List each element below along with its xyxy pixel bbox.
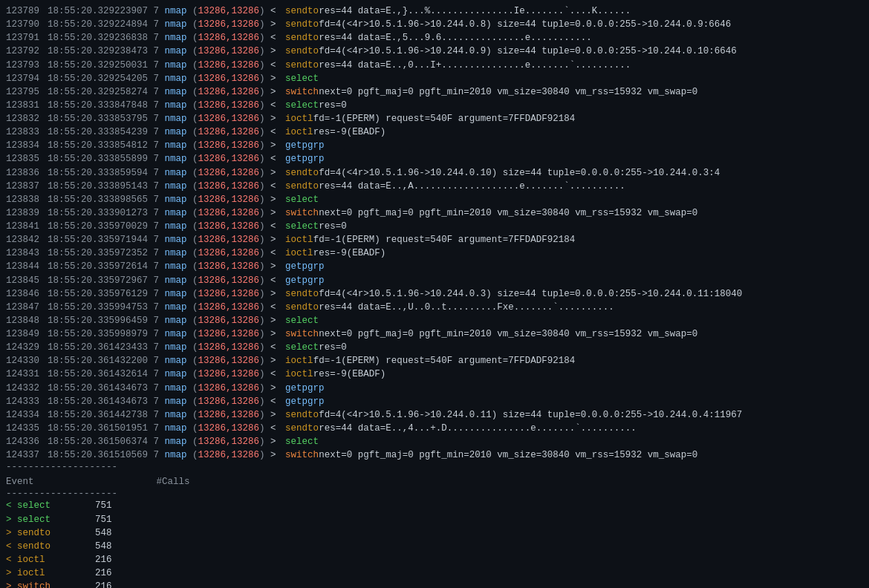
log-arrow: > [270, 287, 285, 301]
log-time: 18:55:20.333855899 [48, 152, 148, 166]
log-pid-inner: 13286,13286 [198, 448, 260, 462]
log-paren-open: ( [187, 435, 198, 448]
log-args: next=0 pgft_maj=0 pgft_min=2010 vm_size=… [319, 206, 697, 220]
log-args: fd=4(<4r>10.5.1.96->10.244.0.10) size=44… [319, 166, 720, 180]
log-proc: nmap [165, 193, 187, 206]
log-pid-inner: 13286,13286 [198, 166, 260, 180]
log-pid-inner: 13286,13286 [198, 327, 260, 341]
log-arrow: > [270, 206, 285, 220]
log-paren-open: ( [187, 152, 198, 166]
log-proc: nmap [165, 18, 187, 31]
log-pid: 7 [148, 193, 165, 206]
log-paren-close: ) [259, 287, 270, 301]
log-syscall: switch [285, 327, 319, 341]
log-arrow: > [270, 45, 285, 58]
log-paren-open: ( [187, 166, 198, 180]
log-arrow: > [270, 139, 285, 152]
log-arrow: < [270, 4, 285, 18]
log-time: 18:55:20.361423433 [48, 341, 148, 354]
log-proc: nmap [165, 99, 187, 112]
log-time: 18:55:20.333859594 [48, 166, 148, 180]
log-line: 12384518:55:20.335972967 7 nmap (13286,1… [6, 274, 863, 287]
log-args: fd=4(<4r>10.5.1.96->10.244.0.8) size=44 … [319, 18, 731, 31]
log-proc: nmap [165, 327, 187, 341]
log-num: 123845 [6, 274, 48, 287]
log-paren-open: ( [187, 59, 198, 72]
log-pid-inner: 13286,13286 [198, 45, 260, 58]
log-arrow: > [270, 193, 285, 206]
log-proc: nmap [165, 422, 187, 435]
log-syscall: ioctl [285, 246, 313, 260]
log-time: 18:55:20.335971944 [48, 233, 148, 246]
log-pid-inner: 13286,13286 [198, 99, 260, 112]
log-num: 123846 [6, 287, 48, 301]
log-arrow: < [270, 301, 285, 314]
log-pid: 7 [148, 301, 165, 314]
log-paren-open: ( [187, 368, 198, 381]
log-pid-inner: 13286,13286 [198, 314, 260, 327]
log-proc: nmap [165, 354, 187, 368]
log-arrow: > [270, 72, 285, 85]
log-syscall: sendto [285, 18, 319, 31]
log-pid: 7 [148, 274, 165, 287]
log-time: 18:55:20.329236838 [48, 31, 148, 45]
summary-event: < select [6, 499, 95, 512]
log-syscall: switch [285, 85, 319, 99]
log-paren-close: ) [259, 152, 270, 166]
log-pid: 7 [148, 152, 165, 166]
log-proc: nmap [165, 287, 187, 301]
log-paren-open: ( [187, 112, 198, 125]
log-pid: 7 [148, 246, 165, 260]
log-proc: nmap [165, 85, 187, 99]
log-proc: nmap [165, 395, 187, 408]
log-num: 123794 [6, 72, 48, 85]
log-arrow: < [270, 341, 285, 354]
log-time: 18:55:20.335972967 [48, 274, 148, 287]
log-args: res=44 data=E..,U..0..t.........Fxe.....… [319, 301, 614, 314]
log-time: 18:55:20.335972352 [48, 246, 148, 260]
log-line: 12432918:55:20.361423433 7 nmap (13286,1… [6, 341, 863, 354]
log-paren-open: ( [187, 99, 198, 112]
summary-row: < sendto548 [6, 540, 863, 553]
log-pid: 7 [148, 139, 165, 152]
log-line: 12379318:55:20.329250031 7 nmap (13286,1… [6, 59, 863, 72]
log-paren-close: ) [259, 72, 270, 85]
log-line: 12433718:55:20.361510569 7 nmap (13286,1… [6, 448, 863, 462]
log-pid: 7 [148, 435, 165, 448]
log-time: 18:55:20.361434673 [48, 395, 148, 408]
log-num: 123791 [6, 31, 48, 45]
log-proc: nmap [165, 341, 187, 354]
log-line: 12383718:55:20.333895143 7 nmap (13286,1… [6, 180, 863, 193]
log-args: next=0 pgft_maj=0 pgft_min=2010 vm_size=… [319, 327, 697, 341]
log-paren-open: ( [187, 139, 198, 152]
log-num: 123838 [6, 193, 48, 206]
log-paren-close: ) [259, 354, 270, 368]
log-arrow: < [270, 180, 285, 193]
log-pid: 7 [148, 18, 165, 31]
log-line: 12433118:55:20.361432614 7 nmap (13286,1… [6, 368, 863, 381]
log-arrow: > [270, 408, 285, 422]
log-line: 12433018:55:20.361432200 7 nmap (13286,1… [6, 354, 863, 368]
summary-rows: < select751> select751> sendto548< sendt… [6, 499, 863, 588]
log-paren-open: ( [187, 72, 198, 85]
log-pid-inner: 13286,13286 [198, 31, 260, 45]
log-paren-close: ) [259, 368, 270, 381]
log-arrow: > [270, 166, 285, 180]
log-num: 123837 [6, 180, 48, 193]
log-time: 18:55:20.329223907 [48, 4, 148, 18]
log-syscall: getpgrp [285, 152, 325, 166]
log-paren-open: ( [187, 422, 198, 435]
log-num: 123836 [6, 166, 48, 180]
log-syscall: sendto [285, 31, 319, 45]
log-syscall: select [285, 99, 319, 112]
log-line: 12433518:55:20.361501951 7 nmap (13286,1… [6, 422, 863, 435]
log-line: 12383118:55:20.333847848 7 nmap (13286,1… [6, 99, 863, 112]
log-paren-close: ) [259, 435, 270, 448]
log-num: 123793 [6, 59, 48, 72]
log-syscall: select [285, 193, 319, 206]
log-paren-close: ) [259, 301, 270, 314]
log-arrow: > [270, 18, 285, 31]
log-pid: 7 [148, 408, 165, 422]
log-line: 12383618:55:20.333859594 7 nmap (13286,1… [6, 166, 863, 180]
log-pid: 7 [148, 354, 165, 368]
